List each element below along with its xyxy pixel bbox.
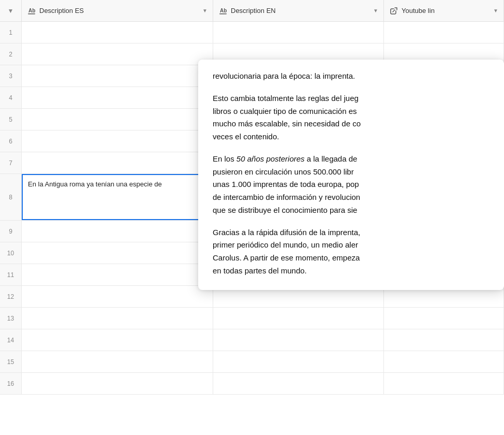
cell-youtube[interactable] [384,351,504,372]
popup-italic-text: 50 años posteriores [236,154,305,163]
col-desc-es-dropdown[interactable]: ▼ [202,8,207,13]
link-type-icon [389,6,398,16]
cell-desc-es[interactable] [22,87,213,108]
row-number: 8 [0,174,22,220]
table-row: 14 [0,329,504,351]
cell-desc-en[interactable] [213,22,384,43]
table-row: 16 [0,373,504,395]
row-number: 13 [0,308,22,329]
row-number: 9 [0,221,22,242]
cell-desc-es[interactable] [22,152,213,173]
row-number: 7 [0,152,22,173]
cell-desc-es[interactable] [22,286,213,307]
row-number-header: ▼ [0,0,22,21]
row-number: 1 [0,22,22,43]
table-row: 1 [0,22,504,44]
expand-icon: ▼ [8,7,14,15]
cell-youtube[interactable] [384,308,504,329]
popup-paragraph-0: revolucionaria para la época: la imprent… [213,70,490,83]
cell-desc-es[interactable] [22,264,213,285]
popup-text-line: revolucionaria para la época: la imprent… [213,70,490,83]
row-number: 10 [0,242,22,264]
popup-text-line: En los 50 años posteriores a la llegada … [213,153,490,217]
table-row: 13 [0,308,504,329]
col-desc-en-label: Description EN [231,7,276,15]
cell-desc-es[interactable] [22,130,213,152]
cell-desc-es[interactable] [22,373,213,394]
row-number: 5 [0,109,22,130]
row-number: 14 [0,329,22,351]
cell-desc-es[interactable] [22,44,213,65]
row-number: 6 [0,130,22,152]
row-number: 3 [0,65,22,86]
svg-text:Ab: Ab [220,8,227,13]
popup-paragraph-3: Gracias a la rápida difusión de la impre… [213,226,490,278]
cell-desc-es[interactable] [22,351,213,372]
popup-text-line: Gracias a la rápida difusión de la impre… [213,226,490,278]
text-type-icon-en: Ab [218,6,228,16]
svg-rect-2 [219,13,227,15]
cell-desc-es[interactable] [22,109,213,130]
cell-desc-en[interactable] [213,329,384,351]
table-row: 15 [0,351,504,373]
cell-desc-en[interactable] [213,308,384,329]
cell-youtube[interactable] [384,22,504,43]
row-number: 12 [0,286,22,307]
popup-paragraph-1: Esto cambia totalmente las reglas del ju… [213,92,490,143]
cell-desc-en[interactable] [213,351,384,372]
cell-expand-popup[interactable]: revolucionaria para la época: la imprent… [198,60,504,290]
cell-desc-es[interactable] [22,242,213,264]
svg-text:Ab: Ab [28,8,35,13]
row-number: 15 [0,351,22,372]
col-header-youtube[interactable]: Youtube lin ▼ [384,0,504,21]
row-number: 11 [0,264,22,285]
cell-desc-es[interactable] [22,65,213,86]
cell-desc-es[interactable] [22,308,213,329]
cell-desc-es[interactable] [22,329,213,351]
row-number: 4 [0,87,22,108]
cell-desc-es-active[interactable]: En la Antigua roma ya tenían una especie… [22,174,213,220]
col-youtube-label: Youtube lin [402,7,435,15]
col-desc-en-dropdown[interactable]: ▼ [373,8,378,13]
col-header-desc-es[interactable]: Ab Description ES ▼ [22,0,213,21]
cell-youtube[interactable] [384,373,504,394]
cell-desc-en[interactable] [213,373,384,394]
cell-desc-es[interactable] [22,221,213,242]
col-youtube-dropdown[interactable]: ▼ [493,8,498,13]
popup-paragraph-2: En los 50 años posteriores a la llegada … [213,153,490,217]
cell-desc-es[interactable] [22,22,213,43]
text-type-icon: Ab [27,6,36,16]
header-row: ▼ Ab Description ES ▼ Ab Descriptio [0,0,504,22]
popup-text-line: Esto cambia totalmente las reglas del ju… [213,92,490,143]
row-number: 16 [0,373,22,394]
cell-youtube[interactable] [384,329,504,351]
col-desc-es-label: Description ES [39,7,84,15]
col-header-desc-en[interactable]: Ab Description EN ▼ [213,0,384,21]
row-number: 2 [0,44,22,65]
spreadsheet: ▼ Ab Description ES ▼ Ab Descriptio [0,0,504,435]
svg-rect-0 [28,13,35,15]
